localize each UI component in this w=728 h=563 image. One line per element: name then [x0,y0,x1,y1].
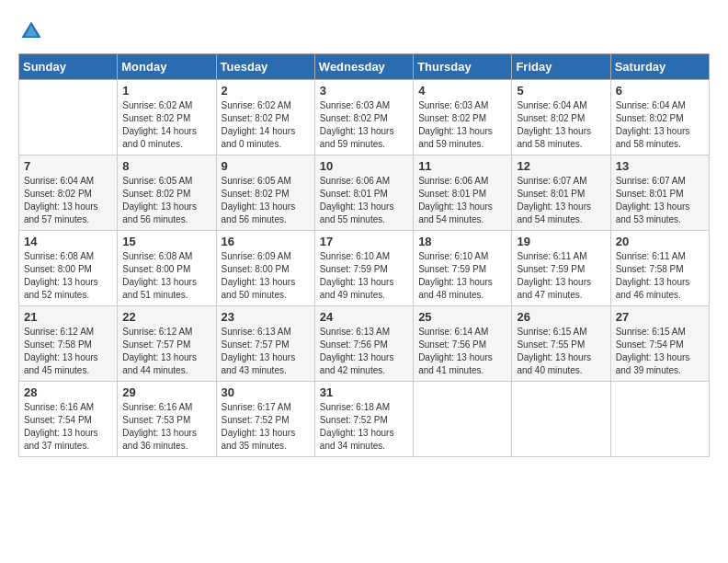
calendar-cell: 16Sunrise: 6:09 AM Sunset: 8:00 PM Dayli… [216,231,314,306]
day-info: Sunrise: 6:02 AM Sunset: 8:02 PM Dayligh… [122,99,210,151]
calendar-cell: 29Sunrise: 6:16 AM Sunset: 7:53 PM Dayli… [118,382,216,457]
week-row-5: 28Sunrise: 6:16 AM Sunset: 7:54 PM Dayli… [19,382,710,457]
calendar-cell: 1Sunrise: 6:02 AM Sunset: 8:02 PM Daylig… [118,80,216,155]
day-info: Sunrise: 6:10 AM Sunset: 7:59 PM Dayligh… [320,250,408,302]
calendar-cell: 6Sunrise: 6:04 AM Sunset: 8:02 PM Daylig… [610,80,709,155]
calendar-table: SundayMondayTuesdayWednesdayThursdayFrid… [18,53,710,457]
calendar-cell: 22Sunrise: 6:12 AM Sunset: 7:57 PM Dayli… [118,306,216,382]
day-info: Sunrise: 6:18 AM Sunset: 7:52 PM Dayligh… [320,401,408,453]
day-number: 12 [517,159,605,173]
day-info: Sunrise: 6:13 AM Sunset: 7:57 PM Dayligh… [222,326,310,377]
calendar-cell [19,80,118,155]
day-info: Sunrise: 6:16 AM Sunset: 7:54 PM Dayligh… [24,401,112,453]
calendar-cell [610,382,709,457]
col-header-friday: Friday [512,54,610,80]
day-number: 13 [616,159,704,173]
calendar-cell: 25Sunrise: 6:14 AM Sunset: 7:56 PM Dayli… [414,306,512,382]
calendar-cell: 18Sunrise: 6:10 AM Sunset: 7:59 PM Dayli… [414,231,512,306]
day-number: 17 [320,235,408,248]
calendar-cell: 11Sunrise: 6:06 AM Sunset: 8:01 PM Dayli… [414,155,512,231]
calendar-cell [414,382,512,457]
day-number: 26 [517,310,605,324]
day-info: Sunrise: 6:12 AM Sunset: 7:58 PM Dayligh… [24,326,112,377]
day-number: 16 [222,235,310,248]
calendar-header-row: SundayMondayTuesdayWednesdayThursdayFrid… [19,54,710,80]
day-number: 14 [24,235,112,248]
day-number: 8 [122,159,210,173]
day-number: 6 [616,84,704,98]
day-number: 27 [616,310,704,324]
day-info: Sunrise: 6:11 AM Sunset: 7:59 PM Dayligh… [517,250,605,302]
day-info: Sunrise: 6:04 AM Sunset: 8:02 PM Dayligh… [517,99,605,151]
day-number: 10 [320,159,408,173]
calendar-cell: 7Sunrise: 6:04 AM Sunset: 8:02 PM Daylig… [19,155,118,231]
day-number: 4 [418,84,506,98]
col-header-sunday: Sunday [19,54,118,80]
day-number: 3 [320,84,408,98]
calendar-cell: 20Sunrise: 6:11 AM Sunset: 7:58 PM Dayli… [610,231,709,306]
col-header-wednesday: Wednesday [314,54,413,80]
day-number: 21 [24,310,112,324]
day-info: Sunrise: 6:16 AM Sunset: 7:53 PM Dayligh… [122,401,210,453]
day-info: Sunrise: 6:04 AM Sunset: 8:02 PM Dayligh… [616,99,704,151]
day-number: 2 [222,84,310,98]
day-number: 1 [122,84,210,98]
day-info: Sunrise: 6:11 AM Sunset: 7:58 PM Dayligh… [616,250,704,302]
calendar-cell: 9Sunrise: 6:05 AM Sunset: 8:02 PM Daylig… [216,155,314,231]
calendar-cell: 27Sunrise: 6:15 AM Sunset: 7:54 PM Dayli… [610,306,709,382]
day-number: 25 [418,310,506,324]
calendar-cell: 24Sunrise: 6:13 AM Sunset: 7:56 PM Dayli… [314,306,413,382]
col-header-tuesday: Tuesday [216,54,314,80]
page-header [18,18,710,44]
day-info: Sunrise: 6:04 AM Sunset: 8:02 PM Dayligh… [24,175,112,226]
calendar-cell: 3Sunrise: 6:03 AM Sunset: 8:02 PM Daylig… [314,80,413,155]
day-info: Sunrise: 6:07 AM Sunset: 8:01 PM Dayligh… [517,175,605,226]
day-number: 5 [517,84,605,98]
calendar-cell: 2Sunrise: 6:02 AM Sunset: 8:02 PM Daylig… [216,80,314,155]
calendar-cell: 19Sunrise: 6:11 AM Sunset: 7:59 PM Dayli… [512,231,610,306]
week-row-2: 7Sunrise: 6:04 AM Sunset: 8:02 PM Daylig… [19,155,710,231]
day-info: Sunrise: 6:03 AM Sunset: 8:02 PM Dayligh… [418,99,506,151]
calendar-cell: 8Sunrise: 6:05 AM Sunset: 8:02 PM Daylig… [118,155,216,231]
col-header-monday: Monday [118,54,216,80]
col-header-thursday: Thursday [414,54,512,80]
calendar-cell: 4Sunrise: 6:03 AM Sunset: 8:02 PM Daylig… [414,80,512,155]
day-number: 23 [222,310,310,324]
day-number: 31 [320,385,408,399]
calendar-cell: 30Sunrise: 6:17 AM Sunset: 7:52 PM Dayli… [216,382,314,457]
day-number: 11 [418,159,506,173]
day-number: 7 [24,159,112,173]
day-number: 30 [222,385,310,399]
day-number: 29 [122,385,210,399]
day-number: 9 [222,159,310,173]
day-number: 20 [616,235,704,248]
calendar-cell: 21Sunrise: 6:12 AM Sunset: 7:58 PM Dayli… [19,306,118,382]
calendar-cell: 17Sunrise: 6:10 AM Sunset: 7:59 PM Dayli… [314,231,413,306]
week-row-3: 14Sunrise: 6:08 AM Sunset: 8:00 PM Dayli… [19,231,710,306]
day-number: 28 [24,385,112,399]
calendar-cell: 13Sunrise: 6:07 AM Sunset: 8:01 PM Dayli… [610,155,709,231]
day-info: Sunrise: 6:02 AM Sunset: 8:02 PM Dayligh… [222,99,310,151]
calendar-cell: 28Sunrise: 6:16 AM Sunset: 7:54 PM Dayli… [19,382,118,457]
day-info: Sunrise: 6:09 AM Sunset: 8:00 PM Dayligh… [222,250,310,302]
day-number: 15 [122,235,210,248]
day-info: Sunrise: 6:05 AM Sunset: 8:02 PM Dayligh… [122,175,210,226]
day-number: 24 [320,310,408,324]
day-info: Sunrise: 6:08 AM Sunset: 8:00 PM Dayligh… [24,250,112,302]
day-info: Sunrise: 6:06 AM Sunset: 8:01 PM Dayligh… [418,175,506,226]
day-info: Sunrise: 6:13 AM Sunset: 7:56 PM Dayligh… [320,326,408,377]
day-info: Sunrise: 6:03 AM Sunset: 8:02 PM Dayligh… [320,99,408,151]
week-row-4: 21Sunrise: 6:12 AM Sunset: 7:58 PM Dayli… [19,306,710,382]
day-info: Sunrise: 6:06 AM Sunset: 8:01 PM Dayligh… [320,175,408,226]
calendar-cell: 23Sunrise: 6:13 AM Sunset: 7:57 PM Dayli… [216,306,314,382]
day-number: 18 [418,235,506,248]
calendar-cell: 12Sunrise: 6:07 AM Sunset: 8:01 PM Dayli… [512,155,610,231]
logo [18,18,48,44]
calendar-cell: 15Sunrise: 6:08 AM Sunset: 8:00 PM Dayli… [118,231,216,306]
logo-icon [18,18,44,44]
day-number: 22 [122,310,210,324]
week-row-1: 1Sunrise: 6:02 AM Sunset: 8:02 PM Daylig… [19,80,710,155]
day-info: Sunrise: 6:15 AM Sunset: 7:55 PM Dayligh… [517,326,605,377]
calendar-cell: 31Sunrise: 6:18 AM Sunset: 7:52 PM Dayli… [314,382,413,457]
calendar-cell: 26Sunrise: 6:15 AM Sunset: 7:55 PM Dayli… [512,306,610,382]
